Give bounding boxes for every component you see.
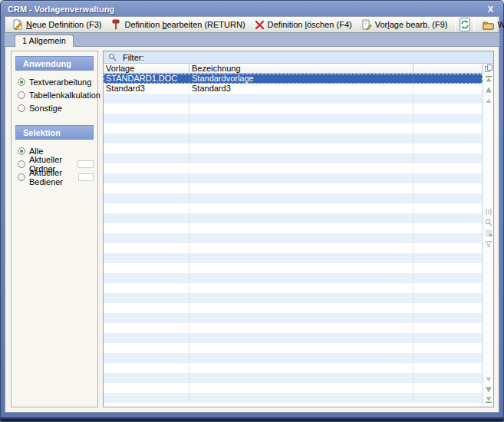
grid-cell[interactable] [104,104,189,114]
fit-columns-icon[interactable] [485,208,492,216]
grid-row[interactable] [104,94,483,104]
grid-row[interactable] [104,153,483,163]
delete-definition-button[interactable]: Definition löschen (F4) [251,18,356,31]
grid-row[interactable] [104,253,483,263]
grid-cell[interactable] [189,383,413,393]
grid-row[interactable] [104,183,483,193]
grid-cell[interactable] [189,223,413,233]
grid-cell[interactable] [413,193,483,203]
grid-cell[interactable] [104,213,189,223]
grid-cell[interactable] [189,183,413,193]
grid-cell[interactable] [104,283,189,293]
grid-cell[interactable] [413,223,483,233]
row-down-icon[interactable] [485,386,492,394]
grid-cell[interactable] [413,173,483,183]
grid-row[interactable] [104,383,483,393]
grid-cell[interactable] [413,313,483,323]
radio-tabellenkalkulation[interactable]: Tabellenkalkulation [18,91,94,100]
grid-row[interactable] [104,303,483,313]
grid-row[interactable]: Standard3Standard3 [104,84,483,94]
radio-icon[interactable] [18,91,25,99]
grid-cell[interactable] [413,353,483,363]
grid-cell[interactable] [104,313,189,323]
grid-cell[interactable] [104,143,189,153]
grid-cell[interactable] [104,114,189,124]
grid-cell[interactable] [104,393,189,403]
grid-cell[interactable] [189,233,413,243]
grid-cell[interactable] [413,163,483,173]
radio-icon[interactable] [18,104,25,112]
column-chooser-icon[interactable] [485,64,492,72]
grid-cell[interactable] [104,333,189,343]
titlebar[interactable]: CRM - Vorlagenverwaltung X [1,1,503,16]
grid-cell[interactable] [104,163,189,173]
grid-cell[interactable] [104,233,189,243]
grid-row[interactable] [104,313,483,323]
grid-cell[interactable] [189,163,413,173]
grid-cell[interactable] [189,153,413,163]
grid-cell[interactable] [104,303,189,313]
grid-row[interactable] [104,243,483,253]
radio-textverarbeitung[interactable]: Textverarbeitung [18,77,94,87]
grid-cell[interactable] [413,393,483,403]
grid-row[interactable] [104,134,483,143]
grid-row[interactable] [104,393,483,403]
grid-cell[interactable]: Standard3 [189,84,413,94]
grid-cell[interactable] [104,134,189,143]
grid-cell[interactable] [413,74,483,84]
page-down-icon[interactable] [485,376,492,384]
column-header-vorlage[interactable]: Vorlage [104,64,189,73]
grid-cell[interactable] [189,333,413,343]
tab-allgemein[interactable]: 1 Allgemein [15,35,74,47]
grid-cell[interactable] [104,263,189,273]
grid-cell[interactable] [413,343,483,353]
grid-row[interactable] [104,363,483,373]
filter-bar[interactable]: Filter: [104,51,493,64]
grid-cell[interactable] [413,143,483,153]
radio-icon[interactable] [18,78,25,86]
grid-cell[interactable] [189,143,413,153]
grid-cell[interactable] [189,134,413,143]
search-rows-icon[interactable] [485,219,492,226]
grid-cell[interactable] [189,243,413,253]
grid-cell[interactable] [413,104,483,114]
grid-cell[interactable] [413,383,483,393]
grid-cell[interactable] [104,183,189,193]
grid-cell[interactable] [413,243,483,253]
grid-cell[interactable] [189,213,413,223]
grid-cell[interactable] [413,84,483,94]
grid-row[interactable] [104,163,483,173]
grid-row[interactable] [104,213,483,223]
grid-cell[interactable] [189,363,413,373]
refresh-button[interactable] [460,18,470,31]
grid-cell[interactable] [413,323,483,333]
grid-cell[interactable] [413,124,483,134]
grid-row[interactable] [104,283,483,293]
grid-cell[interactable] [104,273,189,283]
grid-cell[interactable] [413,94,483,104]
grid-cell[interactable] [104,203,189,213]
grid-cell[interactable] [413,233,483,243]
grid-row[interactable] [104,173,483,183]
grid-cell[interactable] [189,203,413,213]
grid-cell[interactable] [104,373,189,383]
radio-icon[interactable] [18,173,25,181]
grid-cell[interactable] [413,253,483,263]
grid-cell[interactable] [189,393,413,403]
grid-cell[interactable] [413,213,483,223]
grid-row[interactable] [104,143,483,153]
grid-row[interactable] [104,114,483,124]
grid-row[interactable] [104,104,483,114]
grid-cell[interactable] [413,283,483,293]
grid-row[interactable] [104,343,483,353]
grid-row[interactable] [104,323,483,333]
grid-cell[interactable] [189,273,413,283]
grid-cell[interactable] [189,313,413,323]
grid-cell[interactable] [104,153,189,163]
grid-row[interactable] [104,293,483,303]
grid-cell[interactable] [413,333,483,343]
grid-cell[interactable] [104,243,189,253]
grid-cell[interactable]: STANDARD1.DOC [104,74,189,84]
page-up-icon[interactable] [485,97,492,104]
grid-cell[interactable]: Standard3 [104,84,189,94]
